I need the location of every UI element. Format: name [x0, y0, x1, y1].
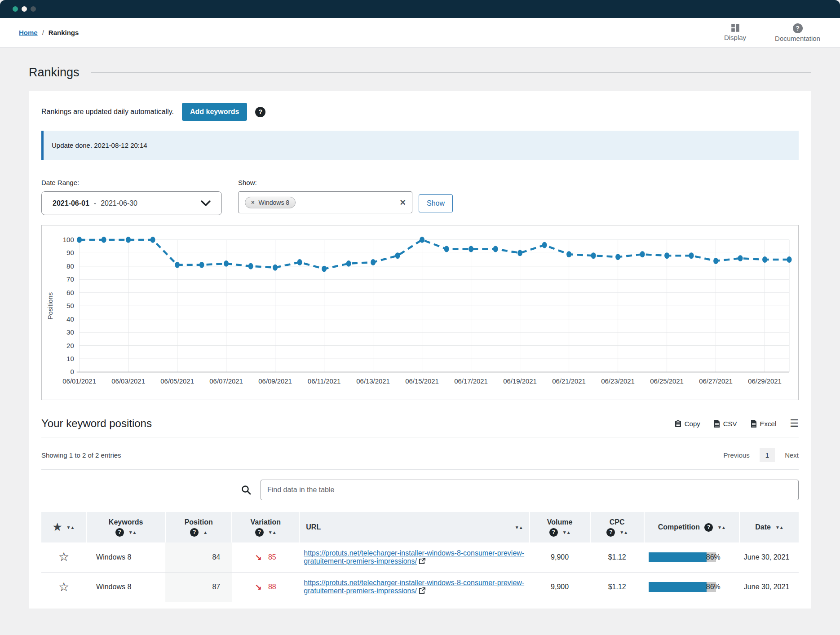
data-point [664, 252, 669, 259]
column-url[interactable]: URL ▼▲ [299, 512, 529, 542]
menu-icon[interactable]: ☰ [790, 419, 799, 428]
title-divider [91, 72, 811, 73]
favorite-star-icon[interactable]: ☆ [41, 542, 86, 572]
breadcrumb-separator: / [42, 29, 44, 36]
column-volume-label: Volume [547, 518, 573, 526]
table-row: ☆Windows 887↘88https://protuts.net/telec… [41, 572, 799, 602]
x-tick-label: 06/11/2021 [308, 377, 341, 385]
data-point [199, 262, 204, 268]
column-keywords[interactable]: Keywords ? ▼▲ [86, 512, 165, 542]
excel-label: Excel [760, 420, 777, 428]
show-button[interactable]: Show [419, 194, 453, 212]
next-page-button[interactable]: Next [785, 451, 799, 459]
data-point [150, 237, 155, 243]
column-favorite[interactable]: ★ ▼▲ [41, 512, 86, 542]
variation-value: 88 [268, 583, 276, 591]
sort-icon[interactable]: ▼▲ [268, 530, 276, 535]
date-end: 2021-06-30 [101, 199, 137, 207]
divider [41, 469, 799, 470]
y-tick-label: 100 [63, 236, 74, 243]
sort-icon[interactable]: ▼▲ [515, 525, 523, 530]
data-point [77, 237, 82, 243]
main-panel: Rankings are updated daily automatically… [29, 91, 811, 609]
csv-button[interactable]: CSV [714, 420, 737, 428]
help-icon[interactable]: ? [255, 528, 264, 537]
sort-icon[interactable]: ▼▲ [66, 525, 74, 530]
column-date-label: Date [755, 523, 771, 531]
data-point [248, 263, 253, 269]
window-dot-white[interactable] [22, 6, 27, 12]
sort-asc-icon[interactable]: ▲ [203, 530, 207, 535]
column-volume[interactable]: Volume ? ▼▲ [530, 512, 590, 542]
tag-remove-icon[interactable]: × [251, 199, 255, 206]
chevron-down-icon [201, 200, 211, 207]
competition-value: 86% [706, 553, 721, 561]
sort-icon[interactable]: ▼▲ [717, 525, 725, 530]
data-point [542, 242, 547, 248]
column-cpc[interactable]: CPC ? ▼▲ [590, 512, 644, 542]
data-point [346, 260, 351, 267]
column-competition[interactable]: Competition ? ▼▲ [644, 512, 739, 542]
y-tick-label: 40 [66, 315, 74, 323]
data-point [371, 259, 376, 265]
x-tick-label: 06/25/2021 [650, 377, 684, 385]
sort-icon[interactable]: ▼▲ [562, 530, 570, 535]
column-position[interactable]: Position ? ▲ [165, 512, 232, 542]
copy-label: Copy [685, 420, 700, 428]
sort-icon[interactable]: ▼▲ [128, 530, 137, 535]
data-point [322, 266, 327, 272]
data-point [126, 237, 131, 243]
help-icon[interactable]: ? [704, 523, 713, 532]
y-tick-label: 70 [66, 275, 74, 283]
export-toolbar: Copy CSV [675, 419, 799, 428]
column-variation[interactable]: Variation ? ▼▲ [232, 512, 299, 542]
date-range-select[interactable]: 2021-06-01 - 2021-06-30 [41, 191, 222, 215]
add-keywords-button[interactable]: Add keywords [182, 103, 247, 121]
current-page[interactable]: 1 [760, 448, 775, 462]
clear-selection-icon[interactable]: × [400, 198, 406, 207]
copy-button[interactable]: Copy [675, 420, 700, 428]
sort-icon[interactable]: ▼▲ [619, 530, 628, 535]
breadcrumb-home-link[interactable]: Home [19, 29, 38, 36]
data-point [713, 258, 718, 264]
x-tick-label: 06/17/2021 [454, 377, 488, 385]
result-url-link[interactable]: https://protuts.net/telecharger-installe… [304, 579, 524, 595]
keyword-cell: Windows 8 [86, 572, 165, 602]
positions-chart: 010203040506070809010006/01/202106/03/20… [44, 228, 796, 399]
x-tick-label: 06/15/2021 [405, 377, 439, 385]
x-tick-label: 06/07/2021 [209, 377, 243, 385]
layout-columns-icon [730, 23, 740, 32]
sort-icon[interactable]: ▼▲ [775, 525, 783, 530]
window-dot-gray[interactable] [31, 6, 36, 12]
external-link-icon [419, 587, 425, 594]
excel-button[interactable]: Excel [751, 420, 777, 428]
series-line [80, 240, 789, 269]
column-variation-label: Variation [250, 518, 281, 526]
data-point [469, 246, 473, 252]
favorite-star-icon[interactable]: ☆ [41, 572, 86, 602]
previous-page-button[interactable]: Previous [723, 451, 749, 459]
clipboard-icon [675, 420, 681, 428]
volume-cell: 9,900 [530, 572, 590, 602]
help-icon[interactable]: ? [190, 528, 199, 537]
column-date[interactable]: Date ▼▲ [739, 512, 799, 542]
x-tick-label: 06/03/2021 [111, 377, 145, 385]
help-icon[interactable]: ? [549, 528, 558, 537]
breadcrumb-current: Rankings [49, 29, 79, 36]
help-icon[interactable]: ? [606, 528, 615, 537]
divider [41, 437, 799, 437]
x-tick-label: 06/01/2021 [62, 377, 96, 385]
documentation-button[interactable]: ? Documentation [775, 23, 820, 42]
y-tick-label: 20 [66, 342, 74, 349]
display-button[interactable]: Display [724, 23, 746, 42]
keyword-positions-table: ★ ▼▲ Keywords ? ▼▲ [41, 512, 799, 602]
variation-cell: ↘88 [232, 572, 299, 602]
help-icon[interactable]: ? [255, 107, 265, 117]
show-multiselect[interactable]: × Windows 8 × [238, 191, 412, 213]
result-url-link[interactable]: https://protuts.net/telecharger-installe… [304, 549, 524, 565]
data-point [762, 256, 767, 263]
help-icon[interactable]: ? [115, 528, 124, 537]
keyword-tag[interactable]: × Windows 8 [245, 197, 296, 208]
window-dot-green[interactable] [13, 6, 18, 12]
table-search-input[interactable] [261, 480, 799, 500]
